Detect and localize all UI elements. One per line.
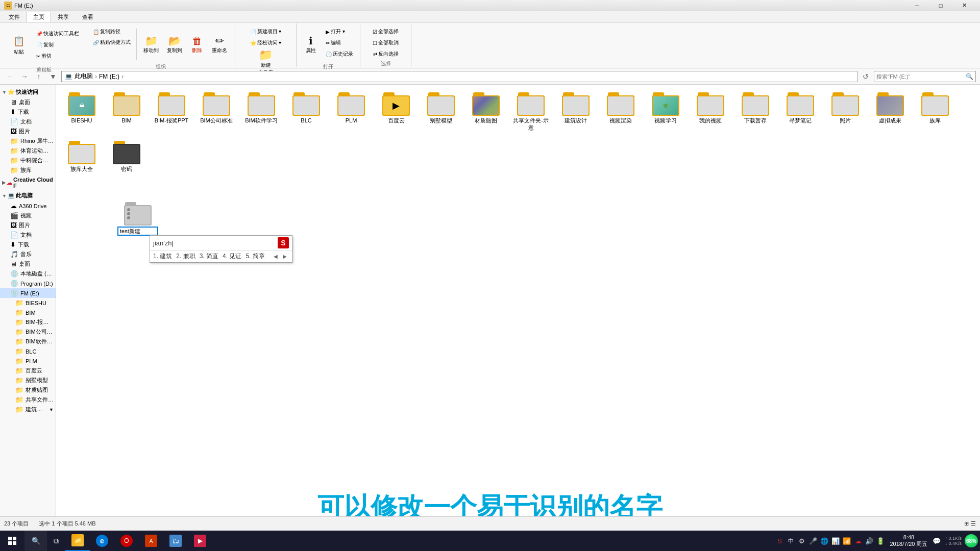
delete-button[interactable]: 🗑 删除 xyxy=(187,27,207,62)
file-item-videorender[interactable]: 视频渲染 xyxy=(600,90,641,134)
file-item-password[interactable]: 密码 xyxy=(106,138,147,175)
file-item-architecture[interactable]: 建筑设计 xyxy=(555,90,596,134)
sidebar-item-document[interactable]: 📄 文档 xyxy=(0,230,56,240)
ime-next-button[interactable]: ▶ xyxy=(281,253,289,261)
candidate-4[interactable]: 4. 见证 xyxy=(223,252,241,261)
file-item-tribefull[interactable]: 族库 xyxy=(915,90,955,134)
rename-input[interactable] xyxy=(117,227,158,236)
taskview-button[interactable]: ⧉ xyxy=(47,531,65,551)
file-item-bim[interactable]: BIM xyxy=(106,90,147,134)
resource-indicator[interactable]: 68% xyxy=(965,534,978,547)
sidebar-item-pic[interactable]: 🖼 图片 xyxy=(0,220,56,230)
file-item-blc[interactable]: BLC xyxy=(286,90,327,134)
taskbar-app-media[interactable]: ▶ xyxy=(188,531,212,551)
view-list-icon[interactable]: ☰ xyxy=(971,520,976,527)
file-item-videostudy[interactable]: 🌿 视频学习 xyxy=(645,90,686,134)
search-input[interactable] xyxy=(876,73,964,80)
sidebar-item-rhino[interactable]: 📁 Rhino 犀牛研习 xyxy=(0,136,56,146)
file-item-bimstd[interactable]: BIM公司标准 xyxy=(196,90,237,134)
sidebar-cc-header[interactable]: ▶ ☁ Creative Cloud F xyxy=(0,175,56,190)
up-button[interactable]: ↑ xyxy=(33,70,45,83)
sidebar-item-plm[interactable]: 📁 PLM xyxy=(0,356,56,366)
view-grid-icon[interactable]: ⊞ xyxy=(964,520,969,527)
file-item-villa[interactable]: 别墅模型 xyxy=(421,90,461,134)
sidebar-item-architecture[interactable]: 📁 建筑设计 ▼ xyxy=(0,405,56,414)
sidebar-item-blc[interactable]: 📁 BLC xyxy=(0,346,56,356)
select-all-button[interactable]: ☑ 全部选择 xyxy=(370,27,401,37)
paste-shortcut-button[interactable]: 🔗 粘贴快捷方式 xyxy=(90,37,133,47)
battery-icon[interactable]: 🔋 xyxy=(875,536,886,546)
notification-icon[interactable]: 💬 xyxy=(932,536,942,546)
quickaccess-button[interactable]: 📌 快速访问工具栏 xyxy=(34,29,82,39)
maximize-button[interactable]: □ xyxy=(929,0,952,11)
file-item-virtual[interactable]: 虚拟成果 xyxy=(870,90,911,134)
copy-button[interactable]: 📄 复制 xyxy=(34,40,82,50)
sogou-icon[interactable]: S xyxy=(774,536,785,546)
ime-indicator[interactable]: 中 xyxy=(786,536,796,546)
tab-home[interactable]: 主页 xyxy=(27,12,51,22)
tray-icon3[interactable]: 📊 xyxy=(830,536,841,546)
invert-select-button[interactable]: ⇄ 反向选择 xyxy=(371,49,401,59)
sidebar-item-bim[interactable]: 📁 BIM xyxy=(0,308,56,317)
sidebar-item-shared[interactable]: 📁 共享文件夹-示 xyxy=(0,395,56,405)
mic-icon[interactable]: 🎤 xyxy=(808,536,818,546)
file-item-dream[interactable]: 寻梦笔记 xyxy=(780,90,821,134)
file-item-plm[interactable]: PLM xyxy=(331,90,372,134)
sidebar-item-docs[interactable]: 📄 文档 xyxy=(0,117,56,127)
minimize-button[interactable]: ─ xyxy=(905,0,929,11)
open-button[interactable]: ▶ 打开 ▾ xyxy=(323,27,356,37)
sidebar-item-music[interactable]: 🎵 音乐 xyxy=(0,249,56,259)
file-item-shared[interactable]: 共享文件夹-示意 xyxy=(510,90,551,134)
refresh-button[interactable]: ↺ xyxy=(860,70,872,83)
candidate-2[interactable]: 2. 兼职 xyxy=(176,252,195,261)
sidebar-quickaccess-header[interactable]: ▼ ⭐ 快速访问 xyxy=(0,87,56,97)
properties-button[interactable]: ℹ 属性 xyxy=(301,27,321,62)
taskbar-app-opera[interactable]: O xyxy=(114,531,139,551)
select-none-button[interactable]: ☐ 全部取消 xyxy=(370,38,401,48)
file-item-materials[interactable]: 材质贴图 xyxy=(465,90,506,134)
candidate-3[interactable]: 3. 简直 xyxy=(200,252,218,261)
sidebar-item-video[interactable]: 🎬 视频 xyxy=(0,211,56,220)
cut-button[interactable]: ✂ 剪切 xyxy=(34,51,82,61)
address-path[interactable]: 💻 此电脑 › FM (E:) › xyxy=(61,71,857,82)
history-button[interactable]: 🕐 历史记录 xyxy=(323,49,356,59)
move-to-button[interactable]: 📁 移动到 xyxy=(140,27,162,62)
taskbar-clock[interactable]: 8:48 2018/7/20 周五 xyxy=(887,534,930,548)
candidate-1[interactable]: 1. 建筑 xyxy=(153,252,172,261)
sidebar-item-a360[interactable]: ☁ A360 Drive xyxy=(0,201,56,211)
sidebar-item-materials[interactable]: 📁 材质贴图 xyxy=(0,385,56,395)
sidebar-item-dl[interactable]: ⬇ 下载 xyxy=(0,240,56,249)
sidebar-item-bieshu[interactable]: 📁 BIESHU xyxy=(0,298,56,308)
file-item-photos[interactable]: 照片 xyxy=(825,90,866,134)
taskbar-app-edge[interactable]: e xyxy=(90,531,114,551)
file-item-bieshu[interactable]: 🏔 BIESHU xyxy=(61,90,102,134)
file-item-dltemp[interactable]: 下载暂存 xyxy=(735,90,776,134)
start-button[interactable] xyxy=(0,531,24,551)
sidebar-item-tribe[interactable]: 📁 族库 xyxy=(0,165,56,175)
easy-access-button[interactable]: ⭐ 经松访问 ▾ xyxy=(248,38,284,48)
new-item-button[interactable]: 📄 新建项目 ▾ xyxy=(248,27,284,37)
tray-icon2[interactable]: 🌐 xyxy=(819,536,829,546)
sidebar-item-villa[interactable]: 📁 别墅模型 xyxy=(0,375,56,385)
tab-view[interactable]: 查看 xyxy=(76,12,100,22)
paste-button[interactable]: 📋 粘贴 xyxy=(6,24,32,65)
sidebar-item-bimstd[interactable]: 📁 BIM公司标准 xyxy=(0,327,56,337)
sidebar-item-baidu[interactable]: 📁 百度云 xyxy=(0,366,56,375)
sidebar-thispc-header[interactable]: ▼ 💻 此电脑 xyxy=(0,190,56,201)
taskbar-app-explorer[interactable]: 📁 xyxy=(65,531,90,551)
sidebar-item-bimppt[interactable]: 📁 BIM-报奖PPT xyxy=(0,317,56,327)
volume-icon[interactable]: 🔊 xyxy=(864,536,874,546)
file-item-tribebig[interactable]: 族库大全 xyxy=(61,138,102,175)
file-item-myvideo[interactable]: 我的视频 xyxy=(690,90,731,134)
copy-path-button[interactable]: 📋 复制路径 xyxy=(90,27,133,37)
sidebar-item-desk2[interactable]: 🖥 桌面 xyxy=(0,259,56,269)
sidebar-item-cdrive[interactable]: 💿 本地磁盘 (C:) xyxy=(0,269,56,279)
search-box[interactable]: 🔍 xyxy=(874,71,976,82)
sidebar-item-bimsw[interactable]: 📁 BIM软件学习 xyxy=(0,337,56,346)
taskbar-app-filemanager[interactable]: 🗂 xyxy=(163,531,188,551)
sidebar-item-pictures[interactable]: 🖼 图片 xyxy=(0,127,56,136)
wifi-icon[interactable]: 📶 xyxy=(842,536,852,546)
back-button[interactable]: ← xyxy=(4,70,16,83)
edit-button[interactable]: ✏ 编辑 xyxy=(323,38,356,48)
sidebar-item-downloads[interactable]: ⬇ 下载 xyxy=(0,107,56,117)
